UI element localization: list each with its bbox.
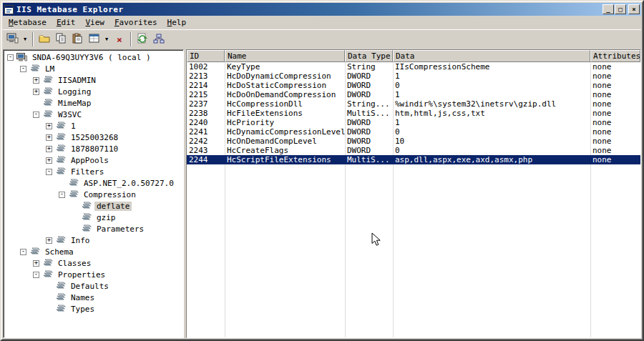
table-row[interactable]: 2238 HcFileExtensions MultiS... htm,html… [187,109,640,118]
expand-toggle-icon[interactable] [46,146,52,152]
cell-name: HcScriptFileExtensions [225,155,345,164]
tree-node-label[interactable]: W3SVC [56,110,84,119]
column-header[interactable]: ID [187,50,225,62]
tree-node[interactable]: Filters [4,166,183,177]
tree-node-label[interactable]: ASP.NET_2.0.50727.0 [82,179,176,188]
expand-toggle-icon[interactable] [33,260,39,267]
tree-node-label[interactable]: Filters [69,167,106,177]
expand-toggle-icon[interactable] [46,237,52,244]
tree-node-label[interactable]: Defaults [69,282,111,291]
table-row[interactable]: 2241 HcDynamicCompressionLevel DWORD 0 n… [187,127,640,137]
table-row[interactable]: 2215 HcDoOnDemandCompression DWORD 1 non… [187,90,640,99]
column-header[interactable]: Name [225,50,345,62]
new-key-button[interactable] [36,31,52,47]
tree-node[interactable]: Defaults [4,280,183,292]
tree-node-label[interactable]: Names [69,293,97,302]
tree-node-label[interactable]: LM [43,64,57,74]
connect-button[interactable] [4,31,20,47]
table-row[interactable]: 2213 HcDoDynamicCompression DWORD 1 none [187,71,640,81]
expand-toggle-icon[interactable] [33,112,39,118]
expand-toggle-icon[interactable] [20,249,26,255]
connect-dropdown-button[interactable]: ▼ [21,31,29,47]
menu-item[interactable]: Help [162,16,192,29]
tree-node-label[interactable]: SNDA-69Q3UYY3V6 ( local ) [30,53,153,62]
tree-node-label[interactable]: 1878807110 [69,144,120,154]
tree-node-label[interactable]: deflate [94,202,132,211]
tree-node[interactable]: 1525003268 [4,132,183,143]
expand-toggle-icon[interactable] [20,66,26,72]
column-header[interactable]: Data [393,50,590,62]
tree-node-label[interactable]: MimeMap [56,99,93,108]
tree-node[interactable]: Properties [4,269,183,280]
title-bar[interactable]: IIS Metabase Explorer _ □ × [3,3,641,16]
tree-node-label[interactable]: gzip [94,213,118,222]
minimize-button[interactable]: _ [602,4,614,14]
data-record-button[interactable] [86,31,102,47]
expand-toggle-icon[interactable] [46,157,52,164]
close-button[interactable]: × [628,4,640,14]
menu-item[interactable]: View [80,16,109,29]
tree-node[interactable]: deflate [4,200,183,212]
expand-toggle-icon[interactable] [46,134,52,141]
maximize-button[interactable]: □ [615,4,626,14]
tree-node-label[interactable]: Properties [56,270,107,280]
tree-node[interactable]: Types [4,303,183,315]
tree-node[interactable]: Compression [4,189,183,200]
table-row[interactable]: 2240 HcPriority DWORD 1 none [187,118,640,127]
tree-node[interactable]: Info [4,234,183,246]
expand-toggle-icon[interactable] [33,89,39,95]
data-dropdown-button[interactable]: ▼ [102,31,111,47]
expand-toggle-icon[interactable] [59,192,65,198]
column-header[interactable]: Data Type [345,50,393,62]
table-row[interactable]: 1002 KeyType String IIsCompressionScheme… [187,62,640,71]
tree-node[interactable]: AppPools [4,154,183,166]
copy-button[interactable] [53,31,69,47]
tree-node-label[interactable]: Parameters [94,224,146,234]
tree-node[interactable]: Names [4,292,183,303]
tree-node[interactable]: SNDA-69Q3UYY3V6 ( local ) [4,51,183,63]
tree-node[interactable]: Schema [4,246,183,257]
tree-node[interactable]: 1 [4,120,183,132]
expand-toggle-icon[interactable] [46,123,52,129]
table-row[interactable]: 2242 HcOnDemandCompLevel DWORD 10 none [187,137,640,146]
delete-button[interactable]: × [112,31,127,47]
table-row[interactable]: 2243 HcCreateFlags DWORD 0 none [187,146,640,155]
tree-node-label[interactable]: Compression [82,190,138,199]
tree-node-label[interactable]: Info [69,236,92,245]
menu-item[interactable]: Edit [52,16,81,29]
tree-node[interactable]: LM [4,63,183,74]
expand-toggle-icon[interactable] [33,77,39,84]
tree-node-label[interactable]: IISADMIN [56,76,98,85]
tree-node-label[interactable]: Classes [56,259,93,268]
table-row[interactable]: 2244 HcScriptFileExtensions MultiS... as… [187,155,640,164]
tree-node[interactable]: ASP.NET_2.0.50727.0 [4,177,183,189]
security-button[interactable] [151,31,167,47]
table-row[interactable]: 2214 HcDoStaticCompression DWORD 0 none [187,81,640,90]
tree-node[interactable]: gzip [4,212,183,223]
menu-item[interactable]: Metabase [4,16,52,29]
tree-node[interactable]: Classes [4,257,183,269]
expand-toggle-icon[interactable] [7,54,14,61]
tree-node[interactable]: W3SVC [4,109,183,120]
cell-attributes: none [590,109,640,118]
expand-toggle-icon[interactable] [46,169,52,175]
tree-node-label[interactable]: 1525003268 [69,133,120,142]
tree-node-label[interactable]: AppPools [69,156,111,165]
tree-node-label[interactable]: 1 [69,122,78,131]
table-row[interactable]: 2237 HcCompressionDll String... %windir%… [187,99,640,109]
toolbar-separator [32,32,34,46]
menu-item[interactable]: Favorites [109,16,162,29]
tree-node[interactable]: Logging [4,86,183,97]
tree-node[interactable]: 1878807110 [4,143,183,154]
tree-node[interactable]: Parameters [4,223,183,234]
cell-id: 2215 [187,90,225,99]
expand-toggle-icon[interactable] [33,272,39,278]
paste-button[interactable] [69,31,85,47]
refresh-button[interactable] [135,31,150,47]
column-header[interactable]: Attributes [590,50,640,62]
tree-node-label[interactable]: Types [69,305,97,314]
tree-node[interactable]: IISADMIN [4,74,183,86]
tree-node-label[interactable]: Logging [56,87,93,97]
tree-node[interactable]: MimeMap [4,97,183,109]
tree-node-label[interactable]: Schema [43,247,76,257]
